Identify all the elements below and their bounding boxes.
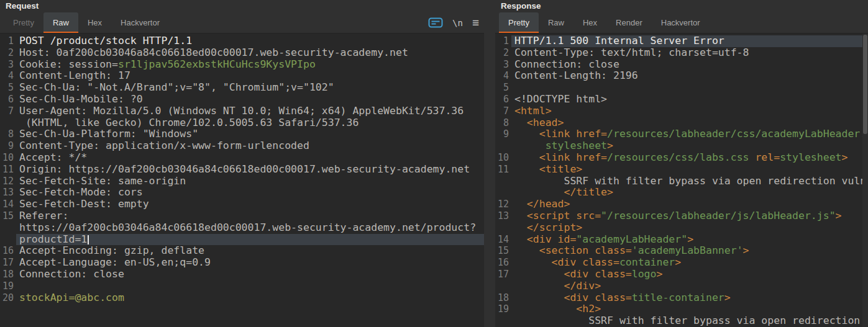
code-line: stylesheet> (511, 140, 868, 152)
response-code-row[interactable]: 2Content-Type: text/html; charset=utf-8 (495, 47, 868, 59)
response-code-row[interactable]: 17 <div class=logo> (495, 269, 868, 280)
request-code-row[interactable]: (KHTML, like Gecko) Chrome/102.0.5005.63… (0, 117, 484, 129)
response-scrollbar-thumb[interactable] (863, 35, 867, 134)
request-code-row[interactable]: 18Connection: close (0, 269, 484, 280)
request-code-row[interactable]: 20stockApi=@abc.com (0, 292, 484, 304)
response-tab-hex[interactable]: Hex (573, 12, 606, 33)
line-number: 17 (0, 257, 16, 269)
response-code-row[interactable]: SSRF with filter bypass via open redirec… (495, 315, 868, 327)
response-code-row[interactable]: 5 (495, 82, 868, 94)
response-code-row[interactable]: </div> (495, 280, 868, 292)
code-line: Sec-Fetch-Site: same-origin (16, 176, 484, 187)
request-code-row[interactable]: 3Cookie: session=sr1ljpav562exbstkHCuHcs… (0, 59, 484, 71)
response-panel: Response PrettyRawHexRenderHackvertor 1H… (495, 0, 868, 327)
request-code-row[interactable]: 9Content-Type: application/x-www-form-ur… (0, 140, 484, 152)
response-tab-pretty[interactable]: Pretty (499, 12, 539, 33)
request-code-row[interactable]: 10Accept: */* (0, 152, 484, 164)
response-scrollbar[interactable] (862, 34, 868, 327)
response-code-row[interactable]: </script> (495, 222, 868, 234)
response-code-row[interactable]: 8 <head> (495, 117, 868, 129)
response-code-row[interactable]: stylesheet> (495, 140, 868, 152)
code-line: <div id="academyLabHeader"> (511, 234, 868, 246)
request-code-row[interactable]: 12Sec-Fetch-Site: same-origin (0, 176, 484, 187)
code-line: Referer: (16, 210, 484, 222)
request-code-row[interactable]: 6Sec-Ch-Ua-Mobile: ?0 (0, 94, 484, 105)
line-number: 7 (495, 105, 511, 117)
request-tab-pretty[interactable]: Pretty (4, 12, 43, 33)
request-code-row[interactable]: 2Host: 0af200cb03046a84c06618ed00c00017.… (0, 47, 484, 59)
request-code-row[interactable]: 11Origin: https://0af200cb03046a84c06618… (0, 164, 484, 176)
code-line: <!DOCTYPE html> (511, 94, 868, 105)
line-number (495, 140, 511, 152)
request-code-row[interactable]: 16Accept-Encoding: gzip, deflate (0, 245, 484, 257)
response-tab-raw[interactable]: Raw (539, 12, 573, 33)
request-code-row[interactable]: 8Sec-Ch-Ua-Platform: "Windows" (0, 128, 484, 140)
request-tab-hex[interactable]: Hex (78, 12, 111, 33)
response-code-row[interactable]: 10 <link href=/resources/css/labs.css re… (495, 152, 868, 164)
response-code-row[interactable]: 1HTTP/1.1 500 Internal Server Error (495, 35, 868, 47)
response-code-row[interactable]: 19 <h2> (495, 303, 868, 315)
response-code-row[interactable]: 14 <div id="academyLabHeader"> (495, 234, 868, 246)
line-number: 17 (495, 269, 511, 280)
pretty-print-icon[interactable] (428, 17, 443, 28)
request-code-row[interactable]: 1POST /product/stock HTTP/1.1 (0, 35, 484, 47)
code-line: Content-Length: 2196 (511, 70, 868, 82)
code-line: SSRF with filter bypass via open redirec… (511, 176, 868, 187)
request-code-row[interactable]: 15Referer: (0, 210, 484, 222)
line-number: 10 (0, 152, 16, 164)
response-editor[interactable]: 1HTTP/1.1 500 Internal Server Error2Cont… (495, 34, 868, 327)
response-code-row[interactable]: 6<!DOCTYPE html> (495, 94, 868, 105)
request-tab-raw[interactable]: Raw (43, 12, 78, 33)
request-code-row[interactable]: 17Accept-Language: en-US,en;q=0.9 (0, 257, 484, 269)
response-code-row[interactable]: 9 <link href=/resources/labheader/css/ac… (495, 128, 868, 140)
code-line: Content-Type: application/x-www-form-url… (16, 140, 484, 152)
response-code-row[interactable]: 15 <section class='academyLabBanner'> (495, 245, 868, 257)
code-line: <h2> (511, 303, 868, 315)
line-number: 13 (495, 210, 511, 222)
response-code-row[interactable]: 12 </head> (495, 199, 868, 210)
line-number: 16 (0, 245, 16, 257)
code-line: Sec-Fetch-Mode: cors (16, 187, 484, 199)
request-code-row[interactable]: 4Content-Length: 17 (0, 70, 484, 82)
response-code-row[interactable]: 13 <script src="/resources/labheader/js/… (495, 210, 868, 222)
response-code-row[interactable]: 3Connection: close (495, 59, 868, 71)
code-line: (KHTML, like Gecko) Chrome/102.0.5005.63… (16, 117, 484, 129)
editor-menu-icon[interactable]: ≡ (472, 17, 479, 29)
text-caret (88, 235, 89, 244)
request-code-row[interactable]: 19 (0, 280, 484, 292)
response-code-row[interactable]: </title> (495, 187, 868, 199)
line-number: 4 (0, 70, 16, 82)
newline-toggle-icon[interactable]: \n (452, 18, 463, 28)
request-code-row[interactable]: 7User-Agent: Mozilla/5.0 (Windows NT 10.… (0, 105, 484, 117)
code-line: Connection: close (16, 269, 484, 280)
response-code-row[interactable]: SSRF with filter bypass via open redirec… (495, 176, 868, 187)
response-editor-rows: 1HTTP/1.1 500 Internal Server Error2Cont… (495, 35, 868, 327)
code-line: stockApi=@abc.com (16, 292, 484, 304)
request-code-row[interactable]: 14Sec-Fetch-Dest: empty (0, 199, 484, 210)
line-number: 11 (0, 164, 16, 176)
request-code-row[interactable]: 13Sec-Fetch-Mode: cors (0, 187, 484, 199)
code-line: Sec-Ch-Ua-Mobile: ?0 (16, 94, 484, 105)
request-editor[interactable]: 1POST /product/stock HTTP/1.12Host: 0af2… (0, 34, 484, 327)
response-code-row[interactable]: 18 <div class=title-container> (495, 292, 868, 304)
code-line: Sec-Ch-Ua: "-Not.A/Brand";v="8", "Chromi… (16, 82, 484, 94)
code-line: <div class=title-container> (511, 292, 868, 304)
request-code-row[interactable]: 5Sec-Ch-Ua: "-Not.A/Brand";v="8", "Chrom… (0, 82, 484, 94)
code-line: <section class='academyLabBanner'> (511, 245, 868, 257)
response-code-row[interactable]: 7<html> (495, 105, 868, 117)
response-code-row[interactable]: 4Content-Length: 2196 (495, 70, 868, 82)
code-line: <link href=/resources/labheader/css/acad… (511, 128, 868, 140)
response-code-row[interactable]: 16 <div class=container> (495, 257, 868, 269)
code-line: Host: 0af200cb03046a84c06618ed00c00017.w… (16, 47, 484, 59)
response-tab-render[interactable]: Render (606, 12, 652, 33)
code-line: Sec-Ch-Ua-Platform: "Windows" (16, 128, 484, 140)
response-code-row[interactable]: 11 <title> (495, 164, 868, 176)
code-line: Content-Length: 17 (16, 70, 484, 82)
code-line: <title> (511, 164, 868, 176)
request-tab-hackvertor[interactable]: Hackvertor (111, 12, 169, 33)
request-code-row[interactable]: https://0af200cb03046a84c06618ed00c00017… (0, 222, 484, 234)
response-tab-hackvertor[interactable]: Hackvertor (652, 12, 710, 33)
request-editor-toolbar: \n ≡ (428, 12, 479, 33)
code-line: Connection: close (511, 59, 868, 71)
request-code-row[interactable]: productId=1 (0, 234, 484, 246)
